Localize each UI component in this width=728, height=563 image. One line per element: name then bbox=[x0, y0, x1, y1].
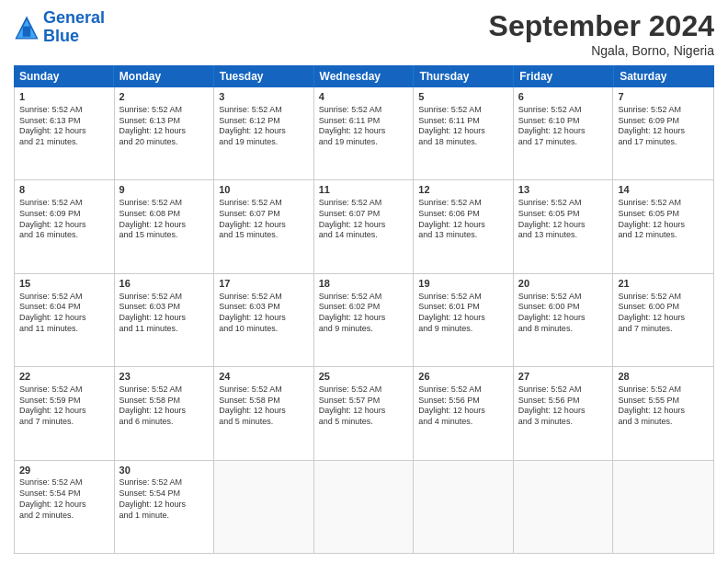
cal-cell-r0c6: 7Sunrise: 5:52 AM Sunset: 6:09 PM Daylig… bbox=[613, 87, 713, 179]
day-info: Sunrise: 5:52 AM Sunset: 6:11 PM Dayligh… bbox=[418, 105, 508, 148]
cal-cell-r3c4: 26Sunrise: 5:52 AM Sunset: 5:56 PM Dayli… bbox=[414, 367, 514, 459]
cal-cell-r2c2: 17Sunrise: 5:52 AM Sunset: 6:03 PM Dayli… bbox=[214, 274, 314, 366]
subtitle: Ngala, Borno, Nigeria bbox=[489, 43, 714, 58]
day-info: Sunrise: 5:52 AM Sunset: 6:09 PM Dayligh… bbox=[618, 105, 709, 148]
day-info: Sunrise: 5:52 AM Sunset: 6:11 PM Dayligh… bbox=[319, 105, 409, 148]
logo-icon bbox=[14, 15, 40, 40]
cal-cell-r2c3: 18Sunrise: 5:52 AM Sunset: 6:02 PM Dayli… bbox=[314, 274, 415, 366]
day-info: Sunrise: 5:52 AM Sunset: 6:08 PM Dayligh… bbox=[119, 198, 210, 241]
day-number: 30 bbox=[119, 464, 210, 477]
day-number: 28 bbox=[618, 370, 709, 384]
calendar: Sunday Monday Tuesday Wednesday Thursday… bbox=[14, 65, 714, 554]
header-friday: Friday bbox=[514, 65, 614, 87]
day-number: 11 bbox=[319, 183, 409, 197]
day-info: Sunrise: 5:52 AM Sunset: 6:07 PM Dayligh… bbox=[219, 198, 309, 241]
day-number: 25 bbox=[319, 370, 409, 384]
cal-cell-r4c6 bbox=[613, 461, 713, 553]
calendar-header: Sunday Monday Tuesday Wednesday Thursday… bbox=[14, 65, 714, 87]
day-info: Sunrise: 5:52 AM Sunset: 6:13 PM Dayligh… bbox=[119, 105, 210, 148]
cal-cell-r1c0: 8Sunrise: 5:52 AM Sunset: 6:09 PM Daylig… bbox=[15, 180, 115, 272]
cal-cell-r0c0: 1Sunrise: 5:52 AM Sunset: 6:13 PM Daylig… bbox=[15, 87, 115, 179]
cal-cell-r4c5 bbox=[514, 461, 614, 553]
day-number: 1 bbox=[19, 90, 109, 104]
cal-cell-r1c3: 11Sunrise: 5:52 AM Sunset: 6:07 PM Dayli… bbox=[314, 180, 415, 272]
cal-cell-r1c1: 9Sunrise: 5:52 AM Sunset: 6:08 PM Daylig… bbox=[115, 180, 215, 272]
day-info: Sunrise: 5:52 AM Sunset: 5:59 PM Dayligh… bbox=[19, 385, 109, 428]
day-number: 17 bbox=[219, 277, 309, 291]
day-number: 21 bbox=[618, 277, 709, 291]
calendar-row-1: 1Sunrise: 5:52 AM Sunset: 6:13 PM Daylig… bbox=[15, 87, 713, 180]
day-info: Sunrise: 5:52 AM Sunset: 6:06 PM Dayligh… bbox=[418, 198, 508, 241]
cal-cell-r2c0: 15Sunrise: 5:52 AM Sunset: 6:04 PM Dayli… bbox=[15, 274, 115, 366]
day-info: Sunrise: 5:52 AM Sunset: 5:58 PM Dayligh… bbox=[119, 385, 210, 428]
cal-cell-r0c5: 6Sunrise: 5:52 AM Sunset: 6:10 PM Daylig… bbox=[514, 87, 614, 179]
day-number: 19 bbox=[418, 277, 508, 291]
cal-cell-r3c2: 24Sunrise: 5:52 AM Sunset: 5:58 PM Dayli… bbox=[214, 367, 314, 459]
day-number: 16 bbox=[119, 277, 210, 291]
cal-cell-r3c3: 25Sunrise: 5:52 AM Sunset: 5:57 PM Dayli… bbox=[314, 367, 415, 459]
calendar-row-4: 22Sunrise: 5:52 AM Sunset: 5:59 PM Dayli… bbox=[15, 367, 713, 460]
logo-line2: Blue bbox=[43, 28, 105, 46]
cal-cell-r4c2 bbox=[214, 461, 314, 553]
day-number: 5 bbox=[418, 90, 508, 104]
day-number: 14 bbox=[618, 183, 709, 197]
day-number: 13 bbox=[518, 183, 609, 197]
day-number: 23 bbox=[119, 370, 210, 384]
logo: General Blue bbox=[14, 9, 105, 46]
cal-cell-r4c0: 29Sunrise: 5:52 AM Sunset: 5:54 PM Dayli… bbox=[15, 461, 115, 553]
day-info: Sunrise: 5:52 AM Sunset: 6:10 PM Dayligh… bbox=[518, 105, 609, 148]
day-number: 24 bbox=[219, 370, 309, 384]
logo-text: General Blue bbox=[43, 9, 105, 46]
day-info: Sunrise: 5:52 AM Sunset: 5:55 PM Dayligh… bbox=[618, 385, 709, 428]
day-info: Sunrise: 5:52 AM Sunset: 6:05 PM Dayligh… bbox=[618, 198, 709, 241]
header-monday: Monday bbox=[114, 65, 214, 87]
day-number: 7 bbox=[618, 90, 709, 104]
day-number: 6 bbox=[518, 90, 609, 104]
header-saturday: Saturday bbox=[614, 65, 714, 87]
cal-cell-r0c1: 2Sunrise: 5:52 AM Sunset: 6:13 PM Daylig… bbox=[115, 87, 215, 179]
svg-rect-2 bbox=[23, 26, 30, 36]
header-tuesday: Tuesday bbox=[214, 65, 314, 87]
day-info: Sunrise: 5:52 AM Sunset: 5:56 PM Dayligh… bbox=[518, 385, 609, 428]
calendar-body: 1Sunrise: 5:52 AM Sunset: 6:13 PM Daylig… bbox=[14, 87, 714, 554]
calendar-row-3: 15Sunrise: 5:52 AM Sunset: 6:04 PM Dayli… bbox=[15, 274, 713, 367]
day-number: 18 bbox=[319, 277, 409, 291]
day-info: Sunrise: 5:52 AM Sunset: 6:05 PM Dayligh… bbox=[518, 198, 609, 241]
day-info: Sunrise: 5:52 AM Sunset: 6:00 PM Dayligh… bbox=[518, 292, 609, 335]
header-thursday: Thursday bbox=[414, 65, 514, 87]
day-info: Sunrise: 5:52 AM Sunset: 5:54 PM Dayligh… bbox=[119, 477, 210, 521]
day-number: 27 bbox=[518, 370, 609, 384]
day-number: 20 bbox=[518, 277, 609, 291]
header-wednesday: Wednesday bbox=[314, 65, 415, 87]
cal-cell-r1c4: 12Sunrise: 5:52 AM Sunset: 6:06 PM Dayli… bbox=[414, 180, 514, 272]
day-info: Sunrise: 5:52 AM Sunset: 6:00 PM Dayligh… bbox=[618, 292, 709, 335]
day-number: 12 bbox=[418, 183, 508, 197]
day-info: Sunrise: 5:52 AM Sunset: 5:56 PM Dayligh… bbox=[418, 385, 508, 428]
day-number: 22 bbox=[19, 370, 109, 384]
cal-cell-r1c5: 13Sunrise: 5:52 AM Sunset: 6:05 PM Dayli… bbox=[514, 180, 614, 272]
cal-cell-r3c1: 23Sunrise: 5:52 AM Sunset: 5:58 PM Dayli… bbox=[115, 367, 215, 459]
cal-cell-r4c3 bbox=[314, 461, 415, 553]
cal-cell-r0c3: 4Sunrise: 5:52 AM Sunset: 6:11 PM Daylig… bbox=[314, 87, 415, 179]
cal-cell-r1c2: 10Sunrise: 5:52 AM Sunset: 6:07 PM Dayli… bbox=[214, 180, 314, 272]
day-info: Sunrise: 5:52 AM Sunset: 6:09 PM Dayligh… bbox=[19, 198, 109, 241]
day-number: 8 bbox=[19, 183, 109, 197]
cal-cell-r0c2: 3Sunrise: 5:52 AM Sunset: 6:12 PM Daylig… bbox=[214, 87, 314, 179]
day-info: Sunrise: 5:52 AM Sunset: 6:04 PM Dayligh… bbox=[19, 292, 109, 335]
day-number: 3 bbox=[219, 90, 309, 104]
day-number: 4 bbox=[319, 90, 409, 104]
day-info: Sunrise: 5:52 AM Sunset: 6:01 PM Dayligh… bbox=[418, 292, 508, 335]
day-info: Sunrise: 5:52 AM Sunset: 6:03 PM Dayligh… bbox=[119, 292, 210, 335]
cal-cell-r1c6: 14Sunrise: 5:52 AM Sunset: 6:05 PM Dayli… bbox=[613, 180, 713, 272]
day-info: Sunrise: 5:52 AM Sunset: 5:58 PM Dayligh… bbox=[219, 385, 309, 428]
title-block: September 2024 Ngala, Borno, Nigeria bbox=[489, 9, 714, 58]
day-info: Sunrise: 5:52 AM Sunset: 5:54 PM Dayligh… bbox=[19, 477, 109, 521]
day-number: 15 bbox=[19, 277, 109, 291]
cal-cell-r3c6: 28Sunrise: 5:52 AM Sunset: 5:55 PM Dayli… bbox=[613, 367, 713, 459]
logo-line1: General bbox=[43, 8, 105, 27]
day-number: 2 bbox=[119, 90, 210, 104]
cal-cell-r4c1: 30Sunrise: 5:52 AM Sunset: 5:54 PM Dayli… bbox=[115, 461, 215, 553]
header-sunday: Sunday bbox=[14, 65, 114, 87]
cal-cell-r3c5: 27Sunrise: 5:52 AM Sunset: 5:56 PM Dayli… bbox=[514, 367, 614, 459]
day-number: 29 bbox=[19, 464, 109, 477]
